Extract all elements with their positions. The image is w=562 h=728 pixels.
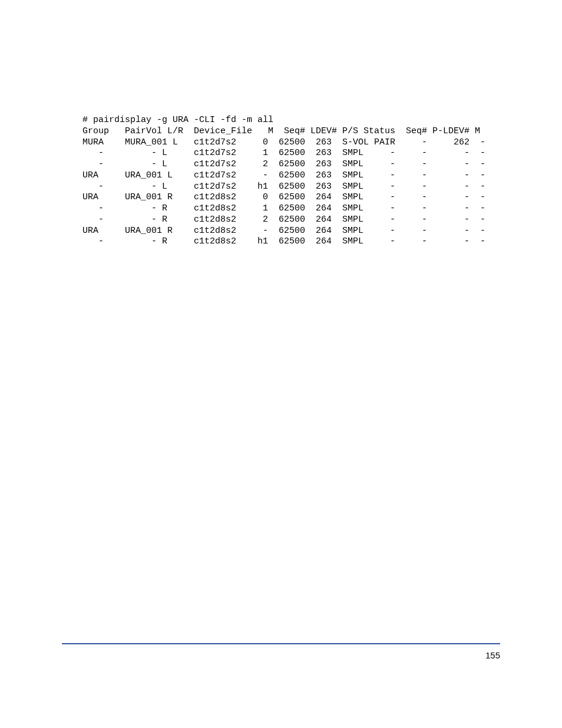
table-row: - - R c1t2d8s2 2 62500 264 SMPL - - - -: [82, 215, 485, 225]
table-row: - - L c1t2d7s2 2 62500 263 SMPL - - - -: [82, 159, 485, 169]
page-content: # pairdisplay -g URA -CLI -fd -m all Gro…: [0, 0, 562, 248]
table-header: Group PairVol L/R Device_File M Seq# LDE…: [82, 126, 480, 136]
code-block: # pairdisplay -g URA -CLI -fd -m all Gro…: [82, 115, 500, 248]
table-row: URA URA_001 R c1t2d8s2 - 62500 264 SMPL …: [82, 226, 485, 236]
table-row: URA URA_001 L c1t2d7s2 - 62500 263 SMPL …: [82, 170, 485, 180]
table-row: - - R c1t2d8s2 h1 62500 264 SMPL - - - -: [82, 236, 485, 246]
page-number: 155: [485, 650, 500, 660]
table-row: URA URA_001 R c1t2d8s2 0 62500 264 SMPL …: [82, 192, 485, 202]
page-footer: 155: [62, 643, 500, 660]
table-row: - - R c1t2d8s2 1 62500 264 SMPL - - - -: [82, 203, 485, 213]
table-row: - - L c1t2d7s2 1 62500 263 SMPL - - - -: [82, 148, 485, 158]
table-row: MURA MURA_001 L c1t2d7s2 0 62500 263 S-V…: [82, 137, 485, 147]
command-line: # pairdisplay -g URA -CLI -fd -m all: [82, 115, 273, 125]
table-row: - - L c1t2d7s2 h1 62500 263 SMPL - - - -: [82, 182, 485, 192]
